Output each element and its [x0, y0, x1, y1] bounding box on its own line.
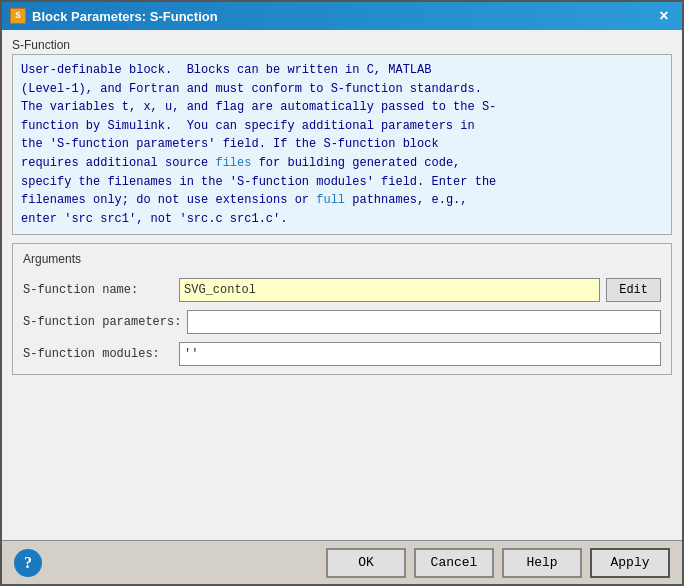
cancel-button[interactable]: Cancel [414, 548, 494, 578]
ok-button[interactable]: OK [326, 548, 406, 578]
title-bar-left: S Block Parameters: S-Function [10, 8, 218, 24]
arguments-section: Arguments S-function name: Edit S-functi… [12, 243, 672, 375]
sfunc-modules-input[interactable] [179, 342, 661, 366]
sfunc-name-input[interactable] [179, 278, 600, 302]
content-area: S-Function User-definable block. Blocks … [2, 30, 682, 540]
button-bar: ? OK Cancel Help Apply [2, 540, 682, 584]
sfunc-name-row: S-function name: Edit [23, 278, 661, 302]
sfunc-params-row: S-function parameters: [23, 310, 661, 334]
arguments-section-label: Arguments [23, 252, 661, 266]
main-window: S Block Parameters: S-Function × S-Funct… [0, 0, 684, 586]
edit-button[interactable]: Edit [606, 278, 661, 302]
apply-button[interactable]: Apply [590, 548, 670, 578]
description-section: S-Function User-definable block. Blocks … [12, 38, 672, 235]
description-text: User-definable block. Blocks can be writ… [21, 61, 663, 228]
sfunc-modules-label: S-function modules: [23, 347, 173, 361]
help-icon[interactable]: ? [14, 549, 42, 577]
sfunc-params-label: S-function parameters: [23, 315, 181, 329]
help-button[interactable]: Help [502, 548, 582, 578]
sfunc-params-input[interactable] [187, 310, 661, 334]
spacer [12, 383, 672, 532]
button-bar-right: OK Cancel Help Apply [326, 548, 670, 578]
sfunc-name-label: S-function name: [23, 283, 173, 297]
description-box: User-definable block. Blocks can be writ… [12, 54, 672, 235]
title-bar: S Block Parameters: S-Function × [2, 2, 682, 30]
window-icon: S [10, 8, 26, 24]
close-button[interactable]: × [654, 6, 674, 26]
sfunc-modules-row: S-function modules: [23, 342, 661, 366]
window-title: Block Parameters: S-Function [32, 9, 218, 24]
description-section-label: S-Function [12, 38, 672, 52]
